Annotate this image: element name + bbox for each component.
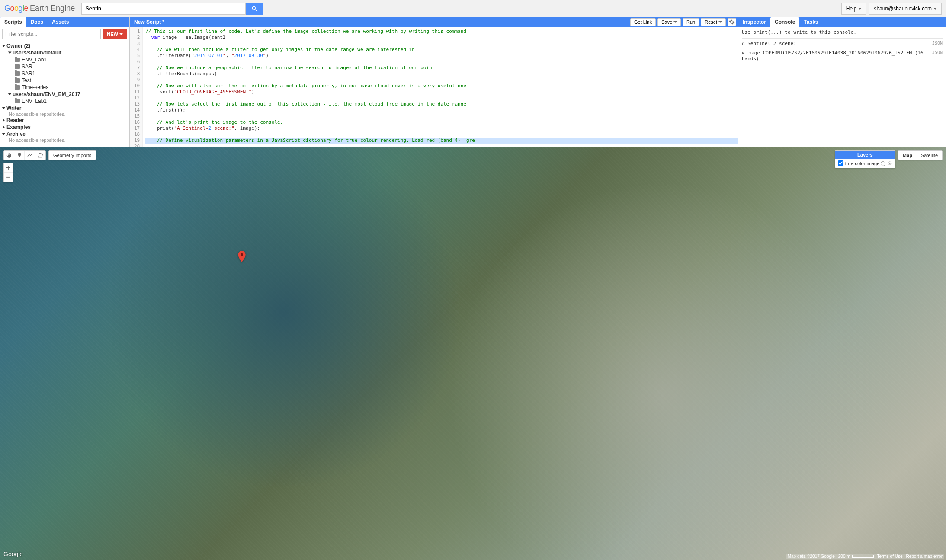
map-scale: 200 m bbox=[838, 554, 874, 559]
console-hint: Use print(...) to write to this console. bbox=[742, 29, 943, 35]
new-script-button[interactable]: NEW bbox=[103, 29, 127, 39]
tree-archive[interactable]: Archive bbox=[3, 131, 127, 138]
scripts-tree: Owner (2) users/shaun/default ENV_Lab1 S… bbox=[0, 42, 129, 147]
chevron-down-icon bbox=[718, 21, 722, 23]
editor-panel: New Script * Get Link Save Run Reset 123… bbox=[130, 17, 738, 147]
tab-console[interactable]: Console bbox=[770, 17, 799, 27]
chevron-down-icon bbox=[858, 8, 862, 10]
tab-tasks[interactable]: Tasks bbox=[799, 17, 822, 27]
google-logo: Google bbox=[4, 4, 28, 13]
line-gutter: 1234567891011121314151617181920212223242… bbox=[130, 27, 143, 147]
svg-point-0 bbox=[252, 6, 255, 10]
marker-icon bbox=[238, 251, 246, 262]
console-output: Use print(...) to write to this console.… bbox=[738, 27, 946, 147]
tree-file[interactable]: SAR1 bbox=[3, 70, 127, 77]
file-icon bbox=[15, 71, 20, 76]
json-badge[interactable]: JSON bbox=[932, 50, 943, 61]
tree-file[interactable]: SAR bbox=[3, 63, 127, 70]
pan-tool[interactable] bbox=[4, 151, 14, 160]
console-entry[interactable]: Image COPERNICUS/S2/20160629T014038_2016… bbox=[742, 48, 943, 63]
chevron-down-icon bbox=[119, 33, 123, 35]
draw-tools bbox=[3, 150, 46, 160]
settings-button[interactable] bbox=[728, 18, 736, 26]
search-button[interactable] bbox=[246, 3, 263, 15]
svg-point-4 bbox=[241, 253, 243, 256]
tree-empty-note: No accessible repositories. bbox=[3, 112, 127, 117]
map-footer: Map data ©2017 Google 200 m Terms of Use… bbox=[786, 554, 944, 559]
tree-owner[interactable]: Owner (2) bbox=[3, 42, 127, 49]
report-error-link[interactable]: Report a map error bbox=[906, 554, 943, 559]
tab-docs[interactable]: Docs bbox=[26, 17, 48, 27]
layer-visibility-checkbox[interactable] bbox=[838, 160, 843, 166]
json-badge[interactable]: JSON bbox=[932, 41, 943, 46]
tab-assets[interactable]: Assets bbox=[48, 17, 73, 27]
expand-icon[interactable] bbox=[742, 51, 744, 55]
logo: Google Earth Engine bbox=[4, 4, 75, 13]
search-input[interactable] bbox=[81, 3, 246, 15]
scripts-panel: Scripts Docs Assets NEW Owner (2) users/… bbox=[0, 17, 130, 147]
run-button[interactable]: Run bbox=[683, 18, 699, 26]
file-icon bbox=[15, 99, 20, 103]
layers-panel: Layers true-color image bbox=[835, 150, 895, 168]
zoom-out-button[interactable]: − bbox=[4, 173, 13, 182]
editor-header: New Script * Get Link Save Run Reset bbox=[130, 17, 738, 27]
right-tabs: Inspector Console Tasks bbox=[738, 17, 946, 27]
svg-line-1 bbox=[255, 9, 257, 11]
tab-inspector[interactable]: Inspector bbox=[738, 17, 770, 27]
polyline-icon bbox=[27, 152, 33, 158]
layers-header[interactable]: Layers bbox=[835, 151, 895, 159]
tree-file[interactable]: Test bbox=[3, 77, 127, 84]
hand-icon bbox=[6, 152, 12, 158]
tree-repo[interactable]: users/shaun/ENV_EM_2017 bbox=[3, 91, 127, 98]
top-bar: Google Earth Engine Help shaun@shaunlevi… bbox=[0, 0, 946, 17]
layer-opacity-slider[interactable] bbox=[881, 163, 885, 164]
save-button[interactable]: Save bbox=[657, 18, 681, 26]
filter-scripts-input[interactable] bbox=[2, 29, 101, 39]
geometry-imports-button[interactable]: Geometry Imports bbox=[48, 150, 96, 160]
gear-icon[interactable] bbox=[887, 161, 892, 166]
map-type-toggle: Map Satellite bbox=[898, 150, 943, 160]
tree-file[interactable]: Time-series bbox=[3, 84, 127, 91]
tab-scripts[interactable]: Scripts bbox=[0, 17, 26, 27]
file-icon bbox=[15, 64, 20, 69]
script-title: New Script * bbox=[130, 17, 630, 27]
zoom-in-button[interactable]: + bbox=[4, 163, 13, 173]
map-attribution-logo: Google bbox=[3, 550, 23, 557]
map-marker[interactable] bbox=[238, 251, 246, 262]
file-icon bbox=[15, 58, 20, 62]
code-area[interactable]: // This is our first line of code. Let's… bbox=[143, 27, 738, 147]
line-tool[interactable] bbox=[25, 151, 35, 160]
pin-icon bbox=[16, 152, 22, 158]
file-icon bbox=[15, 78, 20, 83]
get-link-button[interactable]: Get Link bbox=[630, 18, 656, 26]
tree-repo[interactable]: users/shaun/default bbox=[3, 49, 127, 56]
tree-writer[interactable]: Writer bbox=[3, 105, 127, 112]
polygon-tool[interactable] bbox=[35, 151, 45, 160]
code-editor[interactable]: 1234567891011121314151617181920212223242… bbox=[130, 27, 738, 147]
tree-reader[interactable]: Reader bbox=[3, 117, 127, 124]
layer-row: true-color image bbox=[835, 159, 895, 168]
search-icon bbox=[251, 6, 257, 12]
tree-empty-note: No accessible repositories. bbox=[3, 138, 127, 143]
chevron-down-icon bbox=[933, 8, 937, 10]
tree-file[interactable]: ENV_Lab1 bbox=[3, 98, 127, 105]
map-attribution: Map data ©2017 Google bbox=[788, 554, 835, 559]
console-entry[interactable]: A Sentinel-2 scene: JSON bbox=[742, 38, 943, 48]
tree-file[interactable]: ENV_Lab1 bbox=[3, 56, 127, 63]
map[interactable]: Geometry Imports + − Layers true-color i… bbox=[0, 147, 946, 560]
zoom-control: + − bbox=[3, 163, 13, 182]
marker-tool[interactable] bbox=[14, 151, 25, 160]
user-menu-button[interactable]: shaun@shaunlevick.com bbox=[869, 3, 942, 15]
file-icon bbox=[15, 85, 20, 90]
maptype-map[interactable]: Map bbox=[898, 151, 917, 160]
polygon-icon bbox=[37, 152, 43, 158]
help-button[interactable]: Help bbox=[841, 3, 867, 15]
reset-button[interactable]: Reset bbox=[701, 18, 726, 26]
chevron-down-icon bbox=[673, 21, 677, 23]
product-name: Earth Engine bbox=[30, 4, 75, 13]
left-tabs: Scripts Docs Assets bbox=[0, 17, 129, 27]
svg-marker-2 bbox=[38, 153, 43, 157]
terms-link[interactable]: Terms of Use bbox=[877, 554, 903, 559]
tree-examples[interactable]: Examples bbox=[3, 124, 127, 131]
maptype-satellite[interactable]: Satellite bbox=[917, 151, 942, 160]
